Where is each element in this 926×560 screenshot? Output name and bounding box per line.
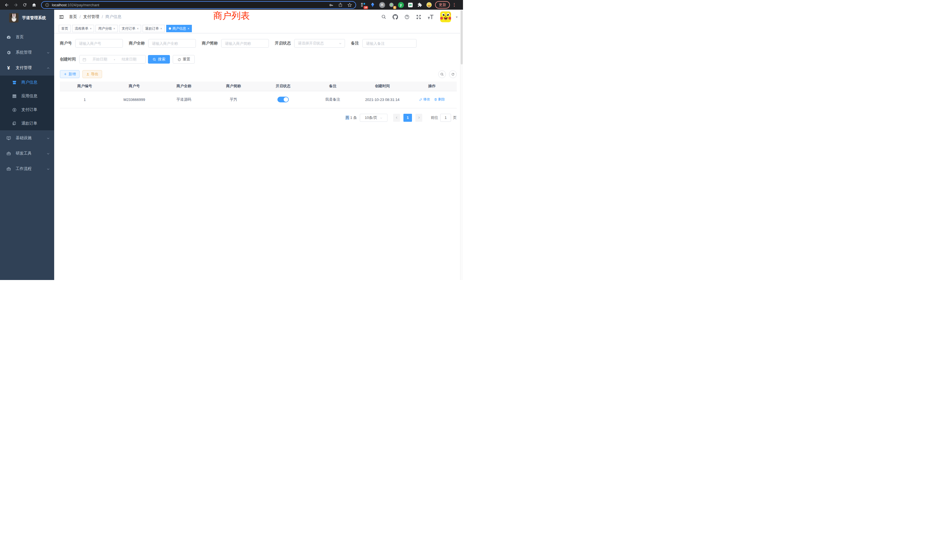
extension-gem-icon[interactable] xyxy=(369,2,376,8)
site-info-icon[interactable] xyxy=(45,3,49,7)
chevron-left-icon xyxy=(395,116,398,119)
bookmark-star-icon[interactable] xyxy=(347,3,352,8)
reload-icon xyxy=(23,3,27,7)
col-remark: 备注 xyxy=(308,82,357,91)
extension-chat-icon[interactable] xyxy=(407,2,413,8)
header-search-button[interactable] xyxy=(381,14,386,20)
browser-update-button[interactable]: 更新 xyxy=(435,1,450,9)
share-icon[interactable] xyxy=(338,3,343,7)
extension-profile-icon[interactable]: 1 xyxy=(388,2,395,8)
page-annotation: 商户列表 xyxy=(213,11,250,21)
tab-merchant-info[interactable]: 商户信息× xyxy=(166,25,192,32)
address-bar[interactable]: localhost:1024/pay/merchant xyxy=(41,1,356,9)
sidebar-item-pay-order[interactable]: 支付订单 xyxy=(0,103,54,117)
download-icon xyxy=(86,73,89,76)
status-toggle[interactable] xyxy=(277,97,289,102)
grid-icon xyxy=(11,94,17,98)
sidebar-item-dev-tools[interactable]: 研发工具 xyxy=(0,146,54,161)
help-button[interactable] xyxy=(404,14,410,20)
col-create-time: 创建时间 xyxy=(357,82,407,91)
cell-actions: 修改 删除 xyxy=(407,91,457,108)
github-link[interactable] xyxy=(393,14,398,20)
browser-toolbar: localhost:1024/pay/merchant 10 ⌘ 1 y xyxy=(0,0,463,10)
edit-link[interactable]: 修改 xyxy=(419,97,430,102)
delete-link[interactable]: 删除 xyxy=(434,97,445,102)
sidebar-item-app-info[interactable]: 应用信息 xyxy=(0,89,54,103)
col-status: 开启状态 xyxy=(258,82,308,91)
add-button[interactable]: 新增 xyxy=(60,70,80,78)
sidebar-item-refund-order[interactable]: 退款订单 xyxy=(0,117,54,130)
tab-refund-order[interactable]: 退款订单× xyxy=(142,25,165,32)
tab-pay-order[interactable]: 支付订单× xyxy=(119,25,141,32)
sidebar-fold-button[interactable] xyxy=(59,14,64,20)
back-button[interactable] xyxy=(3,1,10,9)
sidebar-item-merchant-info[interactable]: 商户信息 xyxy=(0,76,54,89)
extension-blocks-icon[interactable]: 10 xyxy=(360,2,366,8)
tab-user-group[interactable]: 用户分组× xyxy=(95,25,118,32)
search-button[interactable]: 搜索 xyxy=(148,55,170,64)
page-scrollbar[interactable] xyxy=(460,10,463,280)
browser-menu-icon[interactable]: ⋮ xyxy=(452,2,457,8)
fullscreen-button[interactable] xyxy=(416,14,421,20)
delete-icon xyxy=(434,98,437,101)
cell-full-name: 芋道源码 xyxy=(159,91,209,108)
close-icon[interactable]: × xyxy=(137,27,139,30)
cell-merchant-no: M233666999 xyxy=(109,91,159,108)
goto-page-input[interactable] xyxy=(440,114,451,122)
create-time-range-picker[interactable]: 开始日期 - 结束日期 xyxy=(79,55,146,64)
breadcrumb-pay[interactable]: 支付管理 xyxy=(83,14,99,20)
sidebar-item-home[interactable]: 首页 xyxy=(0,29,54,45)
avatar-caret-icon[interactable] xyxy=(455,14,458,20)
tab-home[interactable]: 首页 xyxy=(59,25,71,32)
tab-process-form[interactable]: 流程表单× xyxy=(72,25,94,32)
next-page-button[interactable] xyxy=(415,114,422,122)
refresh-table-button[interactable] xyxy=(449,70,457,78)
close-icon[interactable]: × xyxy=(160,27,162,30)
create-time-label: 创建时间 xyxy=(60,57,79,62)
breadcrumb-home[interactable]: 首页 xyxy=(69,14,77,20)
table-toolbar: 新增 导出 xyxy=(60,70,457,78)
page-size-select[interactable]: 10条/页 xyxy=(360,114,387,122)
sidebar-item-infrastructure[interactable]: 基础设施 xyxy=(0,130,54,146)
reset-button[interactable]: 重置 xyxy=(173,55,195,64)
extensions-puzzle-icon[interactable] xyxy=(416,2,423,8)
user-avatar[interactable] xyxy=(440,11,451,22)
close-icon[interactable]: × xyxy=(113,27,115,30)
app-logo-row[interactable]: 芋道管理系统 xyxy=(0,10,54,26)
toggle-search-button[interactable] xyxy=(438,70,446,78)
close-icon[interactable]: × xyxy=(188,27,189,30)
help-icon xyxy=(404,14,410,20)
sidebar-item-pay[interactable]: ¥ 支付管理 xyxy=(0,60,54,76)
page-1-button[interactable]: 1 xyxy=(403,114,412,122)
font-size-button[interactable] xyxy=(428,14,434,20)
scrollbar-thumb[interactable] xyxy=(461,10,463,64)
browser-profile-avatar[interactable] xyxy=(426,2,432,8)
reload-button[interactable] xyxy=(21,1,29,9)
sidebar-item-label: 商户信息 xyxy=(21,80,37,85)
password-key-icon[interactable] xyxy=(329,3,334,8)
extension-y-icon[interactable]: y xyxy=(398,2,404,8)
short-name-input[interactable] xyxy=(221,39,269,48)
goto-label: 前往 xyxy=(431,115,438,120)
breadcrumb: 首页 / 支付管理 / 商户信息 xyxy=(69,14,121,20)
pay-submenu: 商户信息 应用信息 支付订单 退款订单 xyxy=(0,76,54,130)
sidebar-item-label: 工作流程 xyxy=(16,166,32,171)
sidebar-item-system[interactable]: 系统管理 xyxy=(0,45,54,60)
monitor-icon xyxy=(5,136,12,141)
remark-input[interactable] xyxy=(362,39,416,48)
cell-create-time: 2021-10-23 08:31:14 xyxy=(357,91,407,108)
home-button[interactable] xyxy=(30,1,38,9)
col-full-name: 商户全称 xyxy=(159,82,209,91)
merchant-no-input[interactable] xyxy=(75,39,123,48)
sidebar-item-label: 支付管理 xyxy=(16,65,32,70)
status-select[interactable]: 请选择开启状态 xyxy=(294,39,345,48)
forward-button[interactable] xyxy=(12,1,20,9)
table-row: 1 M233666999 芋道源码 芋艿 我是备注 2021-10-23 08:… xyxy=(60,91,457,108)
export-button[interactable]: 导出 xyxy=(82,70,102,78)
close-icon[interactable]: × xyxy=(90,27,92,30)
prev-page-button[interactable] xyxy=(393,114,400,122)
sidebar-item-label: 退款订单 xyxy=(21,121,37,126)
sidebar-item-workflow[interactable]: 工作流程 xyxy=(0,161,54,177)
extension-command-icon[interactable]: ⌘ xyxy=(379,2,385,8)
full-name-input[interactable] xyxy=(148,39,196,48)
